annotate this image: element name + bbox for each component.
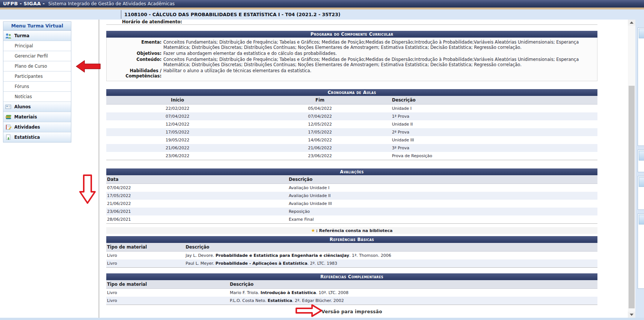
scroll-down-button[interactable] — [628, 312, 635, 318]
sidebar-section-label: Alunos — [14, 104, 31, 109]
program-section-header: Programa do Componente Curricular — [106, 31, 597, 38]
field-label: Habilidades / Competências: — [107, 68, 163, 79]
sidebar-item-noticias[interactable]: Notícias — [3, 91, 71, 102]
sidebar-item-foruns[interactable]: Fóruns — [3, 81, 71, 91]
print-version-row: Versão para impressão — [106, 306, 597, 317]
sidebar-item-alunos[interactable]: Alunos — [3, 102, 71, 112]
basic-references-section: Referências Básicas Tipo de material Des… — [106, 236, 597, 268]
cell-material-type: Livro — [106, 297, 229, 305]
table-row: 17/05/2022 17/05/2022 2ª Prova — [106, 128, 597, 136]
rail-panel — [638, 27, 644, 146]
rail-panel-header — [639, 177, 644, 187]
sidebar-section-label: Turma — [14, 33, 29, 38]
annotation-arrow-down — [79, 174, 96, 204]
cell-descricao: 2ª Prova — [391, 128, 597, 136]
cell-material-type: Livro — [106, 259, 185, 268]
sidebar-item-gerenciar-perfil[interactable]: Gerenciar Perfil — [3, 51, 71, 61]
cell-reference: P.L.O. Costa Neto. Estatística. 2ª. Edga… — [229, 297, 597, 305]
sidebar-item-turma[interactable]: Turma — [3, 30, 71, 41]
field-label: Objetivos: — [107, 51, 163, 56]
rail-panel — [638, 214, 644, 289]
sidebar-item-principal[interactable]: Principal — [3, 41, 71, 51]
vertical-scrollbar — [628, 20, 635, 318]
complementary-references-section: Referências Complementares Tipo de mater… — [106, 273, 597, 305]
sidebar-item-materiais[interactable]: Materiais — [3, 112, 71, 122]
annotation-arrow-right — [296, 304, 323, 317]
sigaa-window: UFPB - SIGAA - Sistema Integrado de Gest… — [0, 0, 644, 320]
sidebar-item-participantes[interactable]: Participantes — [3, 71, 71, 81]
cell-descricao: Avaliação Unidade I — [288, 184, 597, 192]
cell-descricao: 3ª Prova — [391, 144, 597, 152]
cell-data: 17/05/2022 — [106, 192, 288, 200]
sidebar-item-label: Principal — [15, 43, 33, 49]
print-version-link[interactable]: Versão para impressão — [321, 309, 382, 314]
program-body: Ementa: Conceitos Fundamentais; Distribu… — [106, 38, 597, 81]
table-row: Livro Paul L. Meyer. Probabilidade - Apl… — [106, 259, 597, 268]
schedule-header-row: Início Fim Descrição — [106, 96, 597, 105]
sidebar-menu: Menu Turma Virtual Turma Principal Geren… — [3, 21, 71, 143]
cell-fim: 21/06/2022 — [249, 144, 391, 152]
cell-descricao: Unidade II — [391, 120, 597, 128]
table-row: Livro P.L.O. Costa Neto. Estatística. 2ª… — [106, 297, 597, 305]
notepad-icon — [5, 124, 12, 130]
rail-panel — [638, 176, 644, 210]
field-label: Conteúdo: — [107, 57, 163, 67]
column-header: Descrição — [288, 175, 597, 184]
field-label: Ementa: — [107, 39, 163, 50]
table-row: 07/04/2022 07/04/2022 1ª Prova — [106, 112, 597, 120]
title-separator — [121, 10, 121, 19]
cell-reference: Mario F. Triola. Introdução à Estatístic… — [229, 289, 597, 297]
cell-fim: 17/05/2022 — [249, 128, 391, 136]
table-row: 23/06/2022 23/06/2022 Prova de Reposição — [106, 152, 597, 160]
field-value: Conceitos Fundamentais; Distribuição de … — [163, 39, 597, 50]
sidebar-item-atividades[interactable]: Atividades — [3, 122, 71, 132]
sidebar-item-label: Fóruns — [15, 84, 29, 89]
column-header: Tipo de material — [106, 243, 185, 252]
cell-data: 23/06/2021 — [106, 208, 288, 215]
sidebar-item-plano-de-curso[interactable]: Plano de Curso — [3, 61, 71, 71]
cell-reference: Paul L. Meyer. Probabilidade - Aplicaçõe… — [185, 259, 597, 268]
cell-descricao: Unidade III — [391, 136, 597, 144]
program-row-conteudo: Conteúdo: Conceitos Fundamentais; Distri… — [107, 56, 597, 68]
sidebar-title: Menu Turma Virtual — [3, 22, 71, 30]
top-header-bar: UFPB - SIGAA - Sistema Integrado de Gest… — [0, 0, 644, 8]
complementary-references-table: Tipo de material Descrição Livro Mario F… — [106, 280, 597, 305]
schedule-section-header: Cronograma de Aulas — [106, 89, 597, 96]
cell-descricao: Unidade I — [391, 105, 597, 113]
cell-fim: 14/06/2022 — [249, 136, 391, 144]
table-row: 21/06/2022 Avaliação Unidade III — [106, 200, 597, 208]
sidebar-item-estatistica[interactable]: Estatística — [3, 132, 71, 142]
star-icon: ★ — [311, 228, 315, 233]
table-row: 28/06/2021 Exame Final — [106, 215, 597, 224]
people-icon — [5, 33, 12, 39]
library-legend-text: : Referência consta na biblioteca — [316, 228, 392, 233]
basic-references-table: Tipo de material Descrição Livro Jay L. … — [106, 243, 597, 268]
evaluations-table: Data Descrição 07/04/2022 Avaliação Unid… — [106, 175, 597, 224]
field-value: Habilitar o aluno a utilização de técnic… — [163, 68, 597, 79]
column-header: Fim — [249, 96, 391, 105]
column-header: Tipo de material — [106, 280, 229, 289]
card-icon — [5, 104, 12, 110]
title-bar: 1108100 - CÁLCULO DAS PROBABILIDADES E E… — [0, 9, 644, 20]
cell-inicio: 12/04/2022 — [106, 120, 249, 128]
table-row: 21/06/2022 21/06/2022 3ª Prova — [106, 144, 597, 152]
scrollbar-thumb[interactable] — [629, 86, 635, 308]
cell-fim: 07/04/2022 — [249, 112, 391, 120]
table-row: Livro Jay L. Devore. Probabilidade e Est… — [106, 252, 597, 260]
stats-page-icon — [5, 134, 12, 140]
cell-data: 28/06/2021 — [106, 215, 288, 224]
content-panel: Horário de atendimento: Programa do Comp… — [99, 20, 628, 318]
rail-panel-header — [639, 29, 644, 38]
triangle-up-icon — [630, 21, 633, 24]
table-row: 12/04/2022 12/05/2022 Unidade II — [106, 120, 597, 128]
table-row: Livro Mario F. Triola. Introdução à Esta… — [106, 289, 597, 297]
cell-reference: Jay L. Devore. Probabilidade e Estatísti… — [185, 252, 597, 260]
cell-material-type: Livro — [106, 252, 185, 260]
scroll-up-button[interactable] — [628, 20, 635, 26]
field-value: Conceitos Fundamentais; Distribuição de … — [163, 57, 597, 67]
program-section: Programa do Componente Curricular Ementa… — [106, 31, 597, 81]
schedule-section: Cronograma de Aulas Início Fim Descrição… — [106, 89, 597, 160]
table-row: 17/05/2022 Avaliação Unidade II — [106, 192, 597, 200]
cell-fim: 05/04/2022 — [249, 105, 391, 113]
cell-inicio: 17/05/2022 — [106, 128, 249, 136]
